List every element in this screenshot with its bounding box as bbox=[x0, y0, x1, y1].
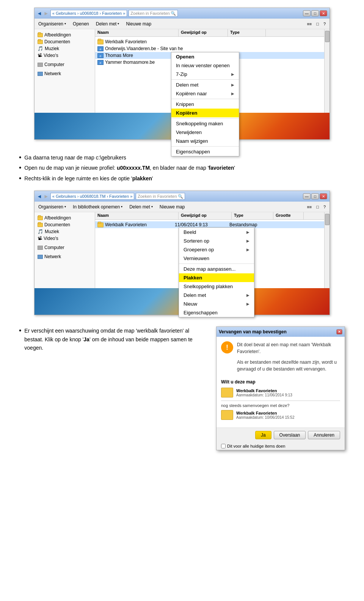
sidebar-item-muziek[interactable]: 🎵 Muziek bbox=[35, 45, 95, 52]
col-grootte[interactable]: Grootte bbox=[273, 212, 304, 219]
search-field[interactable]: Zoeken in Favorieten 🔍 bbox=[129, 10, 178, 17]
bullet-2: Open nu de map van je nieuwe profiel: u0… bbox=[19, 164, 345, 172]
scrollbar-2[interactable] bbox=[324, 212, 329, 288]
sidebar-item-computer-2[interactable]: Computer bbox=[35, 244, 95, 251]
sidebar-item-documenten[interactable]: Documenten bbox=[35, 38, 95, 45]
file-row-werkbalk[interactable]: Werkbalk Favorieten bbox=[95, 38, 324, 45]
share-button-2[interactable]: Delen met ▾ bbox=[128, 203, 154, 210]
titlebar-left: ◄ ► « Gebruikers › u0068018 › Favorieten… bbox=[37, 10, 178, 17]
sidebar-item-muziek-2[interactable]: 🎵 Muziek bbox=[35, 228, 95, 235]
ctx-deze-map[interactable]: Deze map aanpassen... bbox=[179, 265, 254, 273]
dialog-yes-button[interactable]: Ja bbox=[255, 431, 271, 439]
maximize-button[interactable]: □ bbox=[311, 10, 319, 16]
ctx-beeld[interactable]: Beeld ▶ bbox=[179, 228, 254, 237]
ctx-delen-met[interactable]: Delen met ▶ bbox=[171, 80, 239, 89]
view-button-2[interactable]: ≡≡ bbox=[305, 204, 313, 210]
sidebar-item-documenten-2[interactable]: Documenten bbox=[35, 221, 95, 228]
new-folder-button-2[interactable]: Nieuwe map bbox=[158, 203, 187, 210]
ctx-plakken[interactable]: Plakken bbox=[179, 273, 254, 282]
ctx-7zip[interactable]: 7-Zip ▶ bbox=[171, 70, 239, 79]
details-button-2[interactable]: □ bbox=[315, 204, 320, 210]
search-field-2[interactable]: Zoeken in Favorieten 🔍 bbox=[136, 193, 185, 200]
ctx-snelkoppeling-plakken[interactable]: Snelkoppeling plakken bbox=[179, 282, 254, 291]
ctx-arrow: ▶ bbox=[231, 91, 234, 96]
sidebar-item-computer[interactable]: Computer bbox=[35, 61, 95, 68]
ctx-eigenschappen-2[interactable]: Eigenschappen bbox=[179, 308, 254, 317]
main-panel-1: Naam Gewijzigd op Type Werkbalk Favoriet… bbox=[95, 29, 324, 113]
ctx-groeperen[interactable]: Groeperen op ▶ bbox=[179, 245, 254, 254]
col-naam[interactable]: Naam bbox=[95, 29, 179, 36]
help-button-2[interactable]: ? bbox=[322, 204, 327, 210]
open-button[interactable]: Openen bbox=[71, 21, 91, 27]
scrollbar-thumb-2[interactable] bbox=[325, 214, 329, 225]
folder-date-2: Aanmaakdatum: 10/06/2014 15:52 bbox=[236, 415, 294, 420]
sidebar-2: Afbeeldingen Documenten 🎵 Muziek 📽 Video… bbox=[35, 212, 95, 288]
dialog-skip-button[interactable]: Overslaan bbox=[274, 431, 306, 439]
dialog-checkbox[interactable] bbox=[221, 444, 226, 448]
ctx-arrow: ▶ bbox=[246, 293, 249, 297]
col-gewijzigd-2[interactable]: Gewijzigd op bbox=[179, 212, 232, 219]
ctx-sorteren[interactable]: Sorteren op ▶ bbox=[179, 237, 254, 245]
sidebar-item-netwerk-2[interactable]: Netwerk bbox=[35, 253, 95, 260]
separator bbox=[171, 99, 239, 99]
organize-button-2[interactable]: Organiseren ▾ bbox=[37, 203, 67, 210]
col-gewijzigd[interactable]: Gewijzigd op bbox=[179, 29, 228, 36]
separator bbox=[171, 146, 239, 147]
address-bar-2[interactable]: « Gebruikers › u0068018.TM › Favorieten … bbox=[50, 193, 135, 200]
folder-icon bbox=[38, 33, 43, 37]
ctx-arrow: ▶ bbox=[231, 72, 234, 76]
close-button[interactable]: ✕ bbox=[320, 10, 327, 16]
share-dropdown-icon-2: ▾ bbox=[151, 205, 153, 208]
share-button[interactable]: Delen met ▾ bbox=[94, 21, 121, 27]
ctx-nieuw[interactable]: Nieuw ▶ bbox=[179, 300, 254, 308]
folder-info-2: Werkbalk Favorieten Aanmaakdatum: 10/06/… bbox=[236, 411, 294, 420]
ctx-kopieren[interactable]: Kopiëren bbox=[171, 109, 239, 117]
ctx-delen-met-2[interactable]: Delen met ▶ bbox=[179, 291, 254, 300]
ctx-openen[interactable]: Openen bbox=[171, 52, 239, 61]
scrollbar-thumb[interactable] bbox=[325, 31, 329, 42]
file-row-onderwijs[interactable]: e Onderwijs.Vlaanderen.be - Site van he bbox=[95, 45, 324, 52]
dialog-folder-row-2: Werkbalk Favorieten Aanmaakdatum: 10/06/… bbox=[221, 410, 340, 420]
separator bbox=[179, 263, 254, 264]
sidebar-item-afbeeldingen-2[interactable]: Afbeeldingen bbox=[35, 215, 95, 221]
ctx-knippen[interactable]: Knippen bbox=[171, 100, 239, 109]
nav-back-icon[interactable]: ◄ bbox=[37, 10, 42, 16]
col-type[interactable]: Type bbox=[228, 29, 266, 36]
close-button-2[interactable]: ✕ bbox=[320, 193, 327, 199]
ctx-verwijderen[interactable]: Verwijderen bbox=[171, 128, 239, 137]
view-button[interactable]: ≡≡ bbox=[305, 21, 313, 27]
organize-button[interactable]: Organiseren ▾ bbox=[37, 21, 67, 27]
ctx-arrow: ▶ bbox=[246, 302, 249, 306]
new-folder-button[interactable]: Nieuwe map bbox=[124, 21, 153, 27]
ctx-naam-wijzigen[interactable]: Naam wijzigen bbox=[171, 137, 239, 145]
ctx-snelkoppeling[interactable]: Snelkoppeling maken bbox=[171, 119, 239, 128]
library-button[interactable]: In bibliotheek opnemen ▾ bbox=[71, 203, 124, 210]
help-button[interactable]: ? bbox=[322, 21, 327, 27]
dialog-divider bbox=[221, 401, 340, 401]
address-bar[interactable]: « Gebruikers › u0068018 › Favorieten » bbox=[50, 10, 127, 17]
scrollbar-1[interactable] bbox=[324, 29, 329, 113]
ctx-nieuw-venster[interactable]: In nieuw venster openen bbox=[171, 61, 239, 70]
sidebar-item-netwerk[interactable]: Netwerk bbox=[35, 70, 95, 77]
minimize-button-2[interactable]: — bbox=[303, 193, 311, 199]
nav-forward-icon[interactable]: ► bbox=[44, 10, 49, 16]
details-button[interactable]: □ bbox=[315, 21, 320, 27]
nav-forward-icon-2[interactable]: ► bbox=[44, 193, 49, 199]
col-type-2[interactable]: Type bbox=[232, 212, 273, 219]
url-icon: e bbox=[97, 60, 104, 65]
minimize-button[interactable]: — bbox=[303, 10, 311, 16]
dialog-close-button[interactable]: ✕ bbox=[336, 329, 342, 334]
col-naam-2[interactable]: Naam bbox=[95, 212, 179, 219]
sidebar-item-videos-2[interactable]: 📽 Video's bbox=[35, 235, 95, 242]
ctx-kopieren-naar[interactable]: Kopiëren naar ▶ bbox=[171, 89, 239, 98]
folder-icon bbox=[38, 216, 43, 220]
nav-back-icon-2[interactable]: ◄ bbox=[37, 193, 42, 199]
instruction-list: Ga daarna terug naar de map c:\gebruiker… bbox=[19, 153, 345, 183]
dialog-cancel-button[interactable]: Annuleren bbox=[308, 431, 340, 439]
sidebar-item-afbeeldingen[interactable]: Afbeeldingen bbox=[35, 32, 95, 38]
maximize-button-2[interactable]: □ bbox=[311, 193, 319, 199]
ctx-vernieuwen[interactable]: Vernieuwen bbox=[179, 254, 254, 263]
url-icon: e bbox=[97, 46, 104, 51]
sidebar-item-videos[interactable]: 📽 Video's bbox=[35, 52, 95, 59]
ctx-eigenschappen[interactable]: Eigenschappen bbox=[171, 147, 239, 156]
